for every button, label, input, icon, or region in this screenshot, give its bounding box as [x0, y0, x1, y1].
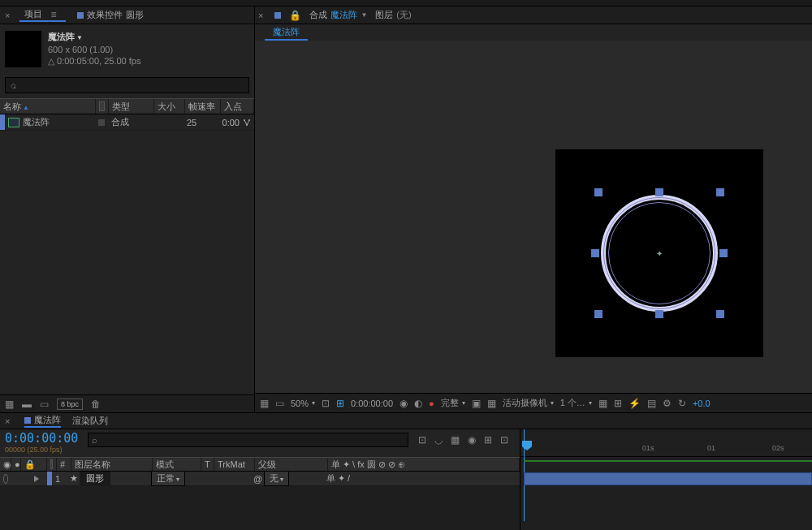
col-mode[interactable]: 模式 — [153, 458, 201, 471]
viewer-tab-layer[interactable]: 图层 (无) — [375, 9, 411, 21]
comp-thumbnail[interactable] — [5, 31, 41, 67]
timeline-layer-row[interactable]: 1 ★圆形 正常 @无 单 ✦ / — [0, 472, 520, 486]
close-icon[interactable]: × — [5, 11, 10, 20]
col-inpoint[interactable]: 入点 — [221, 99, 254, 114]
col-size[interactable]: 大小 — [154, 99, 185, 114]
anchor-point-icon[interactable]: ✦ — [656, 249, 663, 258]
current-time[interactable]: 0:00:00:00 — [351, 399, 393, 408]
3d-icon[interactable]: ▦ — [598, 398, 607, 409]
close-icon[interactable]: × — [258, 11, 263, 20]
col-layer-name[interactable]: 图层名称 — [71, 458, 153, 471]
camera-dropdown[interactable]: 活动摄像机 — [503, 397, 554, 409]
timeline-search-input[interactable] — [88, 433, 408, 447]
layer-name[interactable]: 圆形 — [80, 472, 110, 485]
shy-icon[interactable]: ◡ — [434, 434, 443, 446]
bpc-button[interactable]: 8 bpc — [57, 399, 83, 410]
transform-handle[interactable] — [716, 188, 724, 196]
col-switches[interactable]: 单 ✦ \ fx 圆 ⊘ ⊘ ⊕ — [328, 458, 520, 471]
pixel-icon[interactable]: ⊞ — [614, 398, 622, 409]
sort-icon[interactable] — [21, 101, 29, 111]
label-col-icon[interactable] — [99, 101, 105, 111]
time-ruler[interactable]: 01s 01 02s — [520, 429, 812, 457]
layer-track[interactable] — [520, 472, 812, 486]
col-fps[interactable]: 帧速率 — [185, 99, 221, 114]
comp-duration: 0:00:05:00, 25.00 fps — [48, 55, 140, 67]
solo-col-icon[interactable]: ● — [15, 459, 20, 469]
safe-zone-icon[interactable]: ⊞ — [336, 398, 344, 409]
new-folder-icon[interactable]: ▬ — [22, 399, 32, 410]
channel-icon[interactable]: ◐ — [414, 398, 422, 409]
timeline-tab-render[interactable]: 渲染队列 — [72, 415, 108, 427]
timeline-empty[interactable] — [0, 486, 520, 530]
tab-effect-controls[interactable]: 效果控件 圆形 — [72, 9, 148, 21]
brain-icon[interactable]: ⊡ — [500, 434, 508, 446]
views-dropdown[interactable]: 1 个… — [560, 397, 592, 409]
composition-preview[interactable]: ✦ — [555, 149, 763, 357]
region-icon[interactable]: ▣ — [472, 398, 481, 409]
project-item-row[interactable]: 魔法阵 合成 25 0:00 — [0, 114, 254, 131]
new-comp-icon[interactable]: ▭ — [40, 399, 49, 410]
transform-handle[interactable] — [716, 310, 724, 318]
viewer-canvas[interactable]: ✦ — [255, 41, 812, 393]
col-t[interactable]: T — [201, 458, 214, 471]
transparency-icon[interactable]: ▦ — [487, 398, 496, 409]
close-icon[interactable]: × — [5, 416, 10, 426]
motion-blur-icon[interactable]: ◉ — [468, 434, 476, 446]
aspect-icon[interactable]: ⊡ — [322, 398, 330, 409]
zoom-dropdown[interactable]: 50% — [291, 399, 315, 408]
project-empty-area[interactable] — [0, 131, 254, 394]
flowchart-icon[interactable] — [243, 118, 251, 127]
reset-exposure-icon[interactable]: ↻ — [678, 398, 686, 409]
transform-handle[interactable] — [655, 188, 663, 196]
label-col-icon[interactable] — [50, 459, 53, 469]
current-timecode[interactable]: 0:00:00:00 — [5, 431, 78, 446]
col-name[interactable]: 名称 — [3, 101, 21, 113]
tab-project[interactable]: 项目 — [19, 8, 66, 22]
expand-icon[interactable] — [34, 476, 39, 482]
blend-mode-dropdown[interactable]: 正常 — [151, 471, 185, 486]
timeline-tab-comp[interactable]: 魔法阵 — [24, 414, 61, 428]
col-parent[interactable]: 父级 — [255, 458, 328, 471]
dropdown-icon[interactable]: ▼ — [361, 11, 367, 19]
transform-handle[interactable] — [719, 249, 728, 257]
comp-title[interactable]: 魔法阵 — [48, 31, 140, 44]
viewer-subtab[interactable]: 魔法阵 — [265, 24, 308, 41]
transform-handle[interactable] — [594, 188, 603, 196]
layer-switches[interactable]: 单 ✦ / — [323, 472, 520, 485]
playhead-icon[interactable] — [522, 441, 532, 450]
lock-icon[interactable]: 🔒 — [289, 10, 301, 21]
resolution-dropdown[interactable]: 完整 — [441, 397, 465, 409]
timeline-icon[interactable]: ▤ — [647, 398, 656, 409]
frame-blend-icon[interactable]: ▦ — [451, 434, 460, 446]
viewer-tab-comp[interactable]: 合成 魔法阵 ▼ — [309, 9, 367, 21]
grid-icon[interactable]: ▦ — [260, 398, 269, 409]
col-type[interactable]: 类型 — [109, 99, 154, 114]
tab-prefix: 图层 — [375, 9, 393, 21]
eye-col-icon[interactable]: ◉ — [3, 459, 11, 470]
col-index[interactable]: # — [57, 458, 71, 471]
layer-duration-bar[interactable] — [524, 472, 812, 485]
panel-menu-icon[interactable] — [45, 9, 61, 20]
parent-dropdown[interactable]: 无 — [264, 471, 289, 486]
parent-pickwhip-icon[interactable]: @ — [253, 474, 262, 484]
graph-icon[interactable]: ⊞ — [484, 434, 492, 446]
project-search-input[interactable] — [5, 77, 249, 93]
col-trkmat[interactable]: TrkMat — [214, 458, 255, 471]
item-fps: 25 — [184, 118, 219, 127]
flowchart-icon[interactable]: ⚙ — [663, 398, 672, 409]
transform-handle[interactable] — [655, 310, 663, 318]
timeline-panel: × 魔法阵 渲染队列 0:00:00:00 00000 (25.00 fps) — [0, 412, 812, 530]
transform-handle[interactable] — [594, 310, 603, 318]
trash-icon[interactable]: 🗑 — [91, 399, 101, 410]
visibility-toggle[interactable] — [3, 474, 8, 484]
work-area[interactable] — [520, 457, 812, 472]
transform-handle[interactable] — [591, 249, 599, 257]
interpret-icon[interactable]: ▦ — [5, 399, 14, 410]
exposure-value[interactable]: +0.0 — [693, 399, 710, 408]
fast-preview-icon[interactable]: ⚡ — [628, 398, 641, 409]
screen-icon[interactable]: ▭ — [275, 398, 284, 409]
red-icon[interactable]: ● — [429, 399, 434, 408]
comp-mini-icon[interactable]: ⊡ — [418, 434, 426, 446]
timeline-tracks[interactable]: 01s 01 02s — [520, 429, 812, 530]
snapshot-icon[interactable]: ◉ — [400, 398, 408, 409]
